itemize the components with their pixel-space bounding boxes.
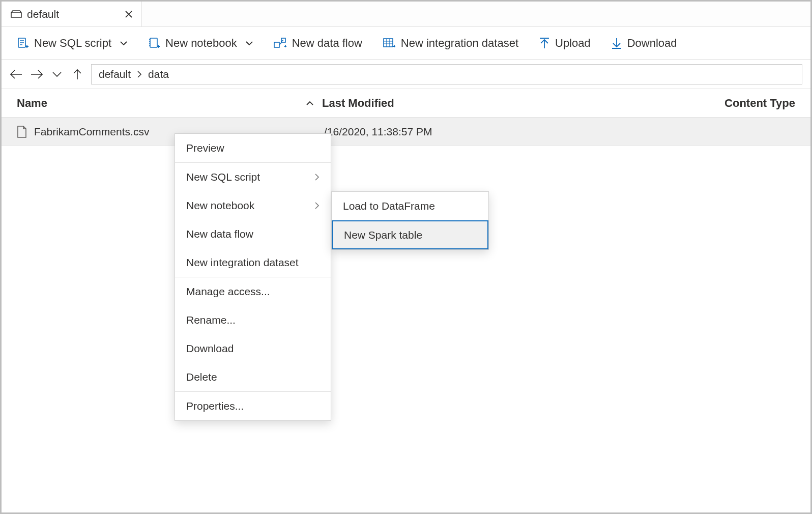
download-button[interactable]: Download [611, 37, 677, 50]
toolbar-label: Download [627, 37, 677, 50]
toolbar-label: New integration dataset [401, 37, 518, 50]
menu-delete[interactable]: Delete [175, 363, 331, 391]
menu-new-integration-dataset[interactable]: New integration dataset [175, 248, 331, 277]
nav-forward-icon[interactable] [30, 68, 43, 81]
column-name[interactable]: Name [17, 97, 322, 110]
submenu-label: New Spark table [344, 229, 422, 241]
chevron-right-icon [314, 173, 320, 181]
menu-new-sql-script[interactable]: New SQL script [175, 163, 331, 191]
column-type-label: Content Type [724, 97, 795, 109]
tab-strip: default [2, 2, 810, 27]
menu-label: Delete [186, 371, 217, 383]
new-data-flow-button[interactable]: New data flow [274, 37, 362, 50]
menu-label: New data flow [186, 228, 253, 240]
menu-label: New SQL script [186, 171, 260, 183]
new-sql-script-button[interactable]: New SQL script [17, 37, 128, 50]
menu-rename[interactable]: Rename... [175, 306, 331, 334]
nav-back-icon[interactable] [10, 68, 23, 81]
chevron-right-icon [137, 71, 142, 78]
submenu-new-notebook: Load to DataFrame New Spark table [331, 191, 489, 250]
chevron-down-icon [120, 39, 128, 47]
menu-label: Rename... [186, 314, 236, 326]
submenu-label: Load to DataFrame [343, 200, 435, 212]
table-row[interactable]: FabrikamComments.csv /16/2020, 11:38:57 … [2, 118, 810, 146]
toolbar-label: New notebook [165, 37, 237, 50]
menu-preview[interactable]: Preview [175, 134, 331, 162]
menu-download[interactable]: Download [175, 334, 331, 363]
breadcrumb-child[interactable]: data [148, 68, 169, 80]
breadcrumb[interactable]: default data [91, 64, 802, 84]
close-icon[interactable] [125, 11, 132, 18]
svg-rect-2 [274, 42, 279, 47]
svg-rect-1 [150, 38, 157, 47]
nav-up-icon[interactable] [71, 68, 84, 81]
tab-default[interactable]: default [2, 2, 142, 26]
column-name-label: Name [17, 97, 47, 110]
menu-label: Preview [186, 142, 224, 154]
menu-new-data-flow[interactable]: New data flow [175, 220, 331, 248]
menu-label: New integration dataset [186, 256, 299, 269]
toolbar-label: New SQL script [34, 37, 111, 50]
context-menu: Preview New SQL script New notebook New … [175, 133, 331, 421]
upload-button[interactable]: Upload [539, 37, 591, 50]
menu-label: Properties... [186, 400, 244, 412]
storage-icon [11, 10, 22, 18]
file-modified: /16/2020, 11:38:57 PM [324, 126, 432, 137]
column-last-modified[interactable]: Last Modified [322, 97, 627, 110]
menu-label: Download [186, 342, 234, 355]
new-integration-dataset-button[interactable]: New integration dataset [383, 37, 518, 50]
file-name: FabrikamComments.csv [34, 126, 149, 138]
svg-rect-4 [384, 39, 393, 47]
nav-row: default data [2, 60, 810, 89]
submenu-load-to-dataframe[interactable]: Load to DataFrame [332, 192, 488, 220]
toolbar-label: Upload [555, 37, 591, 50]
tab-label: default [27, 8, 59, 20]
nav-down-icon[interactable] [50, 68, 64, 81]
file-icon [17, 126, 27, 138]
toolbar: New SQL script New notebook New data flo… [2, 27, 810, 60]
sort-asc-icon [306, 100, 314, 106]
menu-properties[interactable]: Properties... [175, 392, 331, 420]
column-modified-label: Last Modified [322, 97, 394, 109]
submenu-new-spark-table[interactable]: New Spark table [332, 220, 488, 249]
column-content-type[interactable]: Content Type [627, 97, 795, 110]
toolbar-label: New data flow [292, 37, 362, 50]
menu-new-notebook[interactable]: New notebook [175, 191, 331, 220]
chevron-down-icon [245, 39, 253, 47]
chevron-right-icon [314, 202, 320, 210]
menu-label: New notebook [186, 199, 254, 212]
menu-label: Manage access... [186, 285, 270, 298]
breadcrumb-root[interactable]: default [99, 68, 131, 80]
table-header: Name Last Modified Content Type [2, 89, 810, 118]
menu-manage-access[interactable]: Manage access... [175, 277, 331, 306]
new-notebook-button[interactable]: New notebook [148, 37, 253, 50]
